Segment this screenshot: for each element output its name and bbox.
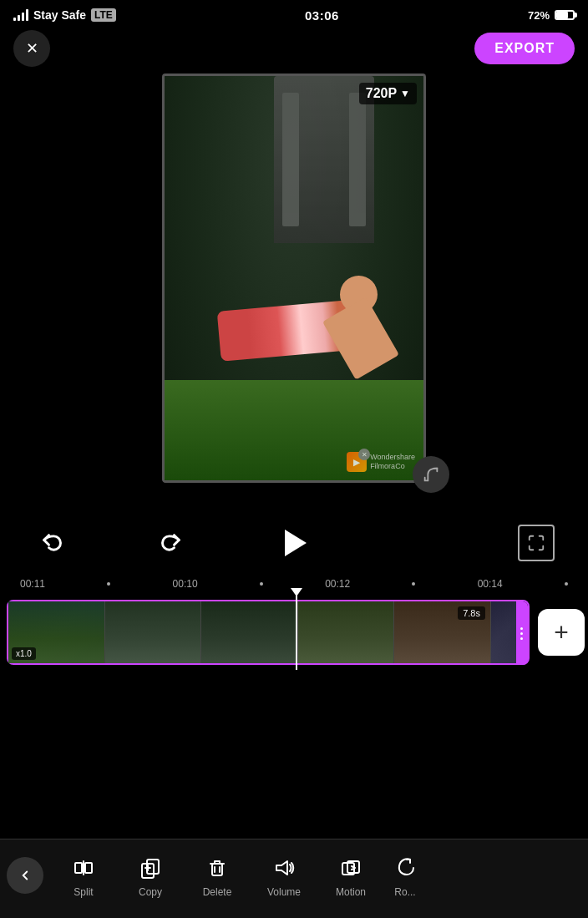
export-button[interactable]: EXPORT <box>474 33 575 64</box>
add-icon: + <box>554 620 569 645</box>
resolution-label: 720P <box>366 86 397 101</box>
toolbar-item-volume[interactable]: Volume <box>251 846 317 905</box>
speed-badge: x1.0 <box>12 647 36 660</box>
volume-label: Volume <box>267 886 301 898</box>
carrier-name: Stay Safe <box>33 8 86 22</box>
status-bar: Stay Safe LTE 03:06 72% <box>0 0 588 27</box>
battery-percent: 72% <box>528 9 550 22</box>
status-left: Stay Safe LTE <box>13 8 116 22</box>
toolbar-back-button[interactable] <box>7 857 43 894</box>
add-clip-button[interactable]: + <box>538 609 585 656</box>
close-watermark-button[interactable]: ✕ <box>358 449 370 460</box>
resolution-badge[interactable]: 720P ▼ <box>359 83 417 104</box>
time-12: 00:12 <box>325 578 350 590</box>
copy-icon <box>139 853 162 883</box>
time-11: 00:11 <box>20 578 45 590</box>
volume-icon <box>272 853 296 883</box>
svg-rect-7 <box>212 864 222 875</box>
delete-icon <box>205 853 229 883</box>
video-preview: 720P ▼ ▶ ✕ Wondershare FilmoraCo <box>162 74 426 483</box>
top-controls: ✕ EXPORT <box>0 27 588 74</box>
signal-icon <box>13 9 28 21</box>
play-icon <box>285 530 307 556</box>
toolbar-item-delete[interactable]: Delete <box>184 846 251 905</box>
rotate-icon <box>393 853 417 883</box>
svg-rect-0 <box>75 863 82 873</box>
watermark: ▶ ✕ Wondershare FilmoraCo <box>347 452 415 472</box>
strip-frame-6 <box>491 601 516 663</box>
split-label: Split <box>74 886 93 898</box>
resolution-dropdown-icon[interactable]: ▼ <box>400 88 410 99</box>
strip-frame-2 <box>105 601 202 663</box>
play-button[interactable] <box>272 521 316 565</box>
crop-rotate-icon[interactable] <box>413 456 449 493</box>
status-right: 72% <box>528 9 575 22</box>
spacer <box>398 525 435 561</box>
trim-handle-right[interactable] <box>516 601 528 665</box>
status-time: 03:06 <box>305 8 339 23</box>
battery-icon <box>555 10 575 20</box>
toolbar-item-copy[interactable]: Copy <box>117 846 184 905</box>
ruler-dot-3 <box>412 582 415 586</box>
toolbar-item-motion[interactable]: Motion <box>317 846 384 905</box>
time-14: 00:14 <box>478 578 503 590</box>
motion-label: Motion <box>336 886 366 898</box>
ruler-dot-1 <box>107 582 110 586</box>
playback-controls <box>0 508 588 578</box>
strip-frame-5: 7.8s <box>394 601 491 663</box>
split-icon <box>72 853 95 883</box>
svg-rect-1 <box>85 863 92 873</box>
motion-icon <box>339 853 362 883</box>
rotate-label: Ro... <box>394 886 415 898</box>
video-strip[interactable]: x1.0 7.8s <box>7 600 530 665</box>
watermark-text: Wondershare FilmoraCo <box>370 453 415 471</box>
editing-space <box>0 670 588 854</box>
undo-button[interactable] <box>33 525 70 561</box>
time-10: 00:10 <box>173 578 198 590</box>
toolbar-item-rotate[interactable]: Ro... <box>384 846 426 905</box>
delete-label: Delete <box>203 886 232 898</box>
strip-frame-1: x1.0 <box>8 601 105 663</box>
toolbar-item-split[interactable]: Split <box>50 846 117 905</box>
toolbar-items: Split Copy <box>50 846 588 905</box>
playhead <box>296 595 297 670</box>
copy-label: Copy <box>139 886 162 898</box>
fullscreen-button[interactable] <box>518 525 555 561</box>
network-type: LTE <box>91 8 116 22</box>
strip-frame-4 <box>298 601 395 663</box>
redo-button[interactable] <box>153 525 190 561</box>
close-button[interactable]: ✕ <box>13 30 50 67</box>
bottom-toolbar: Split Copy <box>0 839 588 918</box>
duration-badge: 7.8s <box>458 606 485 620</box>
ruler-dot-2 <box>260 582 263 586</box>
ruler-dot-4 <box>565 582 568 586</box>
strip-frame-3 <box>201 601 298 663</box>
svg-marker-10 <box>276 861 287 875</box>
